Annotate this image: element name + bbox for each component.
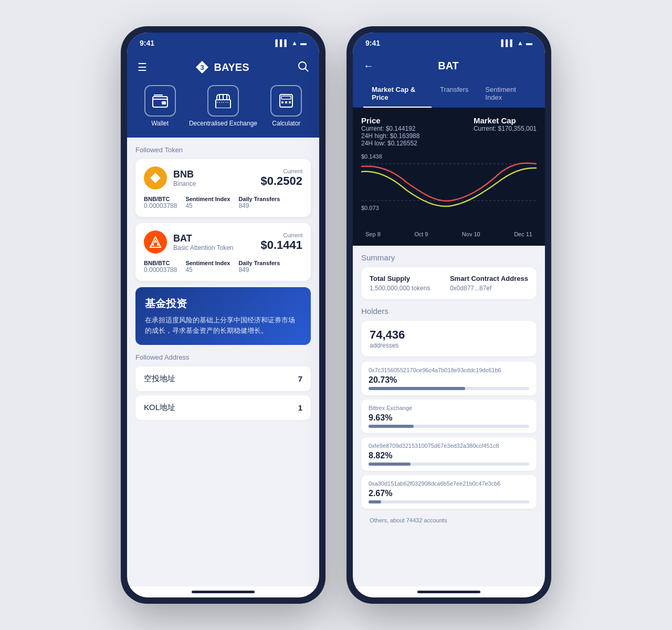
phone1-header: ☰ 3 BAYES <box>127 51 319 138</box>
right-phone: 9:41 ▌▌▌ ▲ ▬ ← BAT Market Cap & Price Tr… <box>346 26 551 604</box>
address-item-1[interactable]: 空投地址 7 <box>135 366 311 391</box>
bnb-stat1-label: BNB/BTC <box>144 196 177 202</box>
battery-icon-right: ▬ <box>526 39 532 47</box>
bnb-logo-icon <box>148 171 163 185</box>
holder-pct-1: 9.63% <box>369 413 529 423</box>
svg-line-3 <box>305 68 308 71</box>
x-label-2: Nov 10 <box>462 231 480 237</box>
address-2-count: 1 <box>298 403 302 412</box>
x-label-1: Oct 9 <box>414 231 428 237</box>
bnb-stat1: BNB/BTC 0.00003788 <box>144 196 177 209</box>
signal-icon-right: ▌▌▌ <box>501 39 515 47</box>
home-indicator-left <box>192 591 255 593</box>
home-bar-left <box>127 586 319 597</box>
bnb-price: $0.2502 <box>260 174 302 188</box>
promo-text: 在承担适度风险的基础上分享中国经济和证券市场的成长，寻求基金资产的长期稳健增长。 <box>145 315 301 335</box>
status-bar-left: 9:41 ▌▌▌ ▲ ▬ <box>127 33 319 51</box>
contract-value: 0x0d877...87ef <box>450 285 528 292</box>
exchange-icon <box>215 93 231 108</box>
price-info: Price Current: $0.144192 24H high: $0.16… <box>361 116 537 147</box>
bnb-stat3-label: Daily Transfers <box>238 196 280 202</box>
status-icons-left: ▌▌▌ ▲ ▬ <box>276 39 307 47</box>
others-text: Others, about 74432 accounts <box>361 513 537 528</box>
summary-card: Total Supply 1,500,000,000 tokens Smart … <box>361 267 537 299</box>
exchange-link[interactable]: Decentralised Exchange <box>189 85 257 127</box>
hamburger-icon[interactable]: ☰ <box>138 61 147 74</box>
total-supply-label: Total Supply <box>370 275 430 282</box>
bat-card[interactable]: BAT Basic Attention Token Current $0.144… <box>135 223 311 281</box>
bat-stat3-label: Daily Transfers <box>238 260 280 266</box>
price-low: 24H low: $0.126552 <box>361 140 419 147</box>
holder-item-0: 0x7c31560552170ce96c4a7b018e93cddc19dc61… <box>361 362 537 395</box>
market-cap-label: Market Cap <box>474 116 537 125</box>
address-1-label: 空投地址 <box>144 374 175 384</box>
time-left: 9:41 <box>140 39 154 47</box>
holder-pct-2: 8.82% <box>369 451 529 460</box>
price-high: 24H high: $0.163988 <box>361 132 419 140</box>
bat-logo-icon <box>149 235 162 249</box>
market-cap-block: Market Cap Current: $170,355,001 <box>474 116 537 147</box>
holder-address-2: 0xfe9e8709d3215310075d67e3ed32a380ccf451… <box>369 443 529 449</box>
bnb-stats: BNB/BTC 0.00003788 Sentiment Index 45 Da… <box>144 196 302 209</box>
bat-stat2-value: 45 <box>185 266 230 274</box>
tab-sentiment[interactable]: Sentiment Index <box>477 80 534 108</box>
holder-address-0: 0x7c31560552170ce96c4a7b018e93cddc19dc61… <box>369 367 529 373</box>
signal-icon: ▌▌▌ <box>276 39 289 47</box>
tab-market[interactable]: Market Cap & Price <box>363 80 432 108</box>
bat-stat3: Daily Transfers 849 <box>238 260 280 274</box>
bnb-sub: Binance <box>173 180 196 187</box>
holder-bar-bg-3 <box>369 500 529 503</box>
holders-sub: addresses <box>370 342 528 349</box>
bat-price: $0.1441 <box>260 238 302 252</box>
phone2-content: Price Current: $0.144192 24H high: $0.16… <box>353 108 545 586</box>
calculator-icon-box <box>270 85 302 117</box>
holder-bar-bg-0 <box>369 387 529 390</box>
bat-stat2: Sentiment Index 45 <box>185 260 230 274</box>
svg-rect-12 <box>281 96 291 99</box>
holder-pct-0: 20.73% <box>369 375 529 385</box>
summary-row: Total Supply 1,500,000,000 tokens Smart … <box>370 275 528 292</box>
bat-stat3-value: 849 <box>238 266 280 274</box>
phone1-content: Followed Token <box>127 138 319 586</box>
bat-sub: Basic Attention Token <box>173 244 234 251</box>
wifi-icon: ▲ <box>291 39 298 47</box>
bnb-name: BNB <box>173 169 196 180</box>
bat-stat1-label: BNB/BTC <box>144 260 177 266</box>
total-supply-value: 1,500,000,000 tokens <box>370 285 430 292</box>
chart-container: $0.1438 $0.073 <box>361 153 537 227</box>
bnb-price-label: Current <box>260 168 302 174</box>
holder-item-3: 0xa30d151ab62f032908dca6b5e7ee21b0c47e3c… <box>361 475 537 509</box>
status-bar-right: 9:41 ▌▌▌ ▲ ▬ <box>353 33 545 51</box>
followed-address-title: Followed Address <box>135 353 311 361</box>
holder-bar-3 <box>369 500 381 503</box>
calculator-link[interactable]: Calculator <box>270 85 302 127</box>
x-label-0: Sep 8 <box>365 231 381 237</box>
wallet-link[interactable]: Wallet <box>144 85 176 127</box>
svg-rect-14 <box>285 101 287 103</box>
search-icon-left[interactable] <box>297 60 309 75</box>
bnb-stat2-value: 45 <box>185 202 230 209</box>
total-supply-item: Total Supply 1,500,000,000 tokens <box>370 275 430 292</box>
wifi-icon-right: ▲ <box>517 39 523 47</box>
bat-logo <box>144 230 167 254</box>
address-1-count: 7 <box>298 374 302 383</box>
home-bar-right <box>353 586 545 597</box>
exchange-label: Decentralised Exchange <box>189 120 257 127</box>
nav-logo: 3 BAYES <box>195 60 249 75</box>
price-block: Price Current: $0.144192 24H high: $0.16… <box>361 116 419 147</box>
wallet-label: Wallet <box>151 120 169 127</box>
bat-price-label: Current <box>260 232 302 238</box>
bnb-card[interactable]: BNB Binance Current $0.2502 BNB/BTC 0.00… <box>135 159 311 217</box>
home-indicator-right <box>417 591 480 593</box>
bnb-stat1-value: 0.00003788 <box>144 202 177 209</box>
back-button[interactable]: ← <box>363 60 374 72</box>
chart-section: Price Current: $0.144192 24H high: $0.16… <box>353 108 545 246</box>
tab-transfers[interactable]: Transfers <box>432 80 477 108</box>
bnb-stat2-label: Sentiment Index <box>185 196 230 202</box>
x-label-3: Dec 11 <box>514 231 532 237</box>
bat-stat1: BNB/BTC 0.00003788 <box>144 260 177 274</box>
address-item-2[interactable]: KOL地址 1 <box>135 395 311 420</box>
promo-card: 基金投资 在承担适度风险的基础上分享中国经济和证券市场的成长，寻求基金资产的长期… <box>135 287 311 345</box>
svg-rect-22 <box>154 243 157 246</box>
left-phone: 9:41 ▌▌▌ ▲ ▬ ☰ 3 BAYES <box>121 26 326 604</box>
